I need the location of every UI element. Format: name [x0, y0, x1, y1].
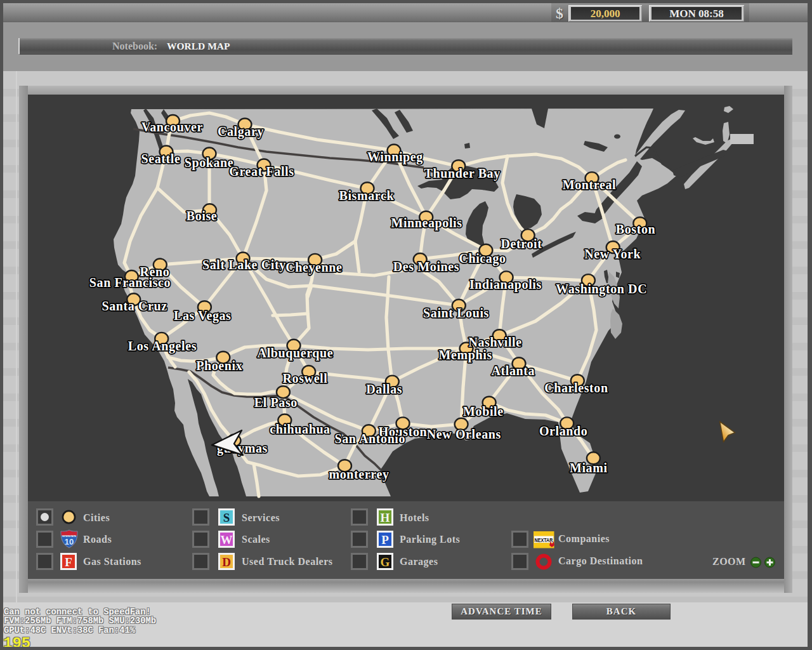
- svg-text:W: W: [221, 533, 233, 547]
- svg-text:Memphis: Memphis: [439, 348, 492, 362]
- svg-text:New Orleans: New Orleans: [427, 427, 501, 441]
- svg-text:Calgary: Calgary: [218, 124, 264, 139]
- svg-text:Used Truck Dealers: Used Truck Dealers: [242, 556, 333, 567]
- svg-text:San Francisco: San Francisco: [89, 275, 171, 289]
- svg-text:Charleston: Charleston: [544, 381, 608, 395]
- svg-text:Great Falls: Great Falls: [229, 164, 294, 178]
- svg-text:Des Moines: Des Moines: [393, 260, 459, 274]
- svg-text:Santa Cruz: Santa Cruz: [102, 299, 167, 313]
- svg-text:Indianapolis: Indianapolis: [469, 277, 542, 292]
- svg-text:Cheyenne: Cheyenne: [285, 260, 342, 275]
- svg-text:G: G: [381, 555, 390, 569]
- svg-text:Saint Louis: Saint Louis: [423, 306, 489, 320]
- svg-text:Miami: Miami: [570, 461, 608, 475]
- svg-text:Companies: Companies: [558, 533, 610, 545]
- svg-text:Salt Lake City: Salt Lake City: [202, 258, 286, 272]
- svg-text:Boise: Boise: [187, 209, 218, 223]
- svg-text:Gas Stations: Gas Stations: [83, 556, 141, 567]
- svg-text:Phoenix: Phoenix: [196, 359, 242, 373]
- svg-text:Winnipeg: Winnipeg: [367, 150, 423, 164]
- svg-text:Minneapolis: Minneapolis: [391, 216, 462, 230]
- svg-text:Orlando: Orlando: [539, 424, 587, 438]
- svg-text:Chicago: Chicago: [459, 251, 506, 266]
- svg-text:Detroit: Detroit: [501, 237, 542, 251]
- svg-text:Washington DC: Washington DC: [556, 282, 647, 296]
- svg-text:Mobile: Mobile: [463, 404, 504, 418]
- svg-text:Roads: Roads: [83, 534, 112, 545]
- svg-text:Bismarck: Bismarck: [339, 189, 394, 202]
- svg-text:San Antonio: San Antonio: [334, 432, 405, 446]
- svg-text:Cities: Cities: [83, 512, 110, 523]
- svg-text:Los Angeles: Los Angeles: [128, 339, 197, 354]
- svg-text:F: F: [65, 555, 72, 569]
- svg-text:Hotels: Hotels: [400, 512, 429, 523]
- svg-text:Parking Lots: Parking Lots: [400, 534, 460, 545]
- svg-text:Seattle: Seattle: [141, 152, 181, 166]
- svg-text:Services: Services: [242, 512, 280, 523]
- svg-text:El Paso: El Paso: [254, 395, 298, 409]
- svg-text:Garages: Garages: [400, 556, 438, 567]
- svg-text:monterrey: monterrey: [329, 467, 390, 482]
- svg-text:Las Vegas: Las Vegas: [174, 308, 231, 323]
- svg-text:NEXTAR: NEXTAR: [535, 536, 553, 543]
- svg-text:Nashville: Nashville: [468, 335, 521, 349]
- svg-text:P: P: [381, 533, 389, 547]
- svg-text:Vancouver: Vancouver: [141, 120, 203, 134]
- svg-text:Montreal: Montreal: [563, 178, 616, 192]
- svg-text:H: H: [381, 511, 390, 524]
- svg-text:Albuquerque: Albuquerque: [258, 346, 334, 361]
- svg-text:Atlanta: Atlanta: [491, 364, 535, 378]
- svg-text:Scales: Scales: [242, 534, 270, 545]
- svg-text:Spokane: Spokane: [185, 156, 234, 170]
- svg-text:ZOOM: ZOOM: [712, 556, 746, 567]
- svg-text:Boston: Boston: [616, 222, 656, 236]
- svg-text:chihuahua: chihuahua: [270, 422, 330, 436]
- svg-text:10: 10: [65, 537, 74, 547]
- svg-text:S: S: [223, 511, 230, 524]
- svg-text:Dallas: Dallas: [366, 382, 402, 396]
- svg-text:New York: New York: [584, 247, 641, 261]
- svg-text:D: D: [222, 555, 231, 569]
- svg-text:Cargo Destination: Cargo Destination: [558, 555, 643, 567]
- svg-text:Roswell: Roswell: [283, 371, 328, 385]
- svg-text:Thunder Bay: Thunder Bay: [424, 166, 501, 181]
